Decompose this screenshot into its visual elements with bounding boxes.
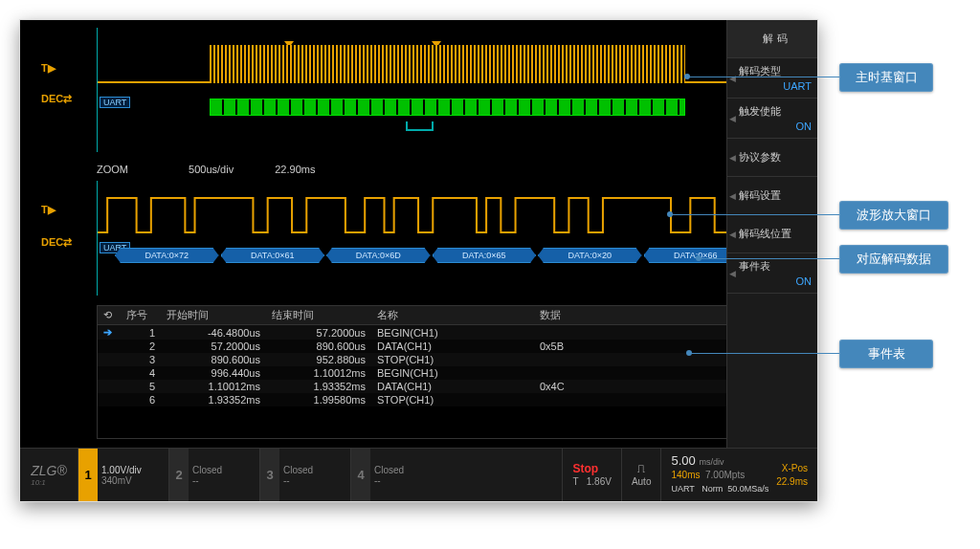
- run-state: Stop: [572, 462, 611, 475]
- side-menu: 解 码 ◀解码类型UART◀触发使能ON◀协议参数◀解码设置◀解码线位置◀事件表…: [726, 20, 817, 448]
- channel-2[interactable]: 2 Closed--: [168, 449, 259, 501]
- zoom-title: ZOOM: [97, 164, 128, 175]
- main-timebase-panel[interactable]: T▶ DEC⇄ UART: [20, 28, 817, 152]
- channel-3[interactable]: 3 Closed--: [259, 449, 350, 501]
- run-status[interactable]: Stop T 1.86V: [562, 449, 620, 501]
- col-name: 名称: [371, 306, 534, 325]
- decode-data-cell[interactable]: DATA:0×6D: [326, 248, 431, 263]
- decode-data-cell[interactable]: DATA:0×65: [433, 248, 537, 263]
- brand-logo: ZLG® 10:1: [20, 449, 78, 501]
- waveform-baseline: [98, 81, 210, 83]
- status-bar: ZLG® 10:1 1 1.00V/div 340mV 2 Closed-- 3…: [20, 448, 817, 501]
- col-end: 结束时间: [266, 306, 371, 325]
- channel-number: 2: [169, 449, 189, 501]
- trigger-mode[interactable]: ⎍ Auto: [621, 449, 661, 501]
- menu-item[interactable]: ◀协议参数: [727, 139, 817, 177]
- decode-data-cell[interactable]: DATA:0×72: [115, 248, 219, 263]
- callout-event-table: 事件表: [839, 340, 933, 368]
- ch2-state: Closed: [192, 465, 256, 475]
- auto-label: Auto: [632, 475, 652, 489]
- channel-4[interactable]: 4 Closed--: [350, 449, 441, 501]
- timebase-readout[interactable]: 5.00 ms/div 140ms 7.00Mpts UART Norm 50.…: [660, 449, 817, 501]
- zoom-offset: 22.90ms: [275, 164, 315, 175]
- callout-dot: [686, 350, 692, 356]
- decode-data-cell[interactable]: DATA:0×61: [221, 248, 325, 263]
- callout-dot: [696, 255, 702, 261]
- callout-dot: [667, 211, 673, 217]
- decode-label: DEC⇄: [41, 236, 72, 249]
- edge-icon: ⎍: [632, 462, 652, 475]
- trigger-label: T▶: [41, 62, 56, 75]
- channel-number: 3: [260, 449, 279, 501]
- event-table[interactable]: ⟲ 序号 开始时间 结束时间 名称 数据 ➔1-46.4800us57.2000…: [97, 305, 798, 439]
- zoom-info-bar: ZOOM 500us/div 22.90ms: [97, 164, 776, 175]
- ch4-state: Closed: [374, 465, 437, 475]
- zoom-bracket[interactable]: [406, 121, 434, 131]
- channel-number: 1: [78, 449, 98, 501]
- decode-label: DEC⇄: [41, 93, 72, 105]
- callout-leader: [689, 353, 839, 354]
- callout-leader: [687, 77, 839, 77]
- event-table-header: ⟲ 序号 开始时间 结束时间 名称 数据: [98, 306, 797, 325]
- table-row[interactable]: 51.10012ms1.93352msDATA(CH1)0x4C: [98, 380, 797, 393]
- callout-dot: [684, 74, 690, 79]
- table-row[interactable]: 61.93352ms1.99580msSTOP(CH1): [98, 393, 797, 406]
- menu-item[interactable]: ◀触发使能ON: [727, 99, 817, 139]
- channel-number: 4: [351, 449, 370, 501]
- menu-title[interactable]: 解 码: [727, 20, 817, 58]
- menu-item[interactable]: ◀解码设置: [727, 177, 817, 215]
- table-row[interactable]: ➔1-46.4800us57.2000usBEGIN(CH1): [98, 325, 797, 340]
- callout-leader: [670, 214, 839, 215]
- callout-decode-data: 对应解码数据: [839, 245, 948, 274]
- ch1-offset: 340mV: [101, 475, 165, 486]
- protocol-tag: UART: [100, 97, 130, 108]
- zoom-panel[interactable]: T▶ DEC⇄ UART DATA:0×72DATA:0×61DATA:0×6D…: [20, 181, 817, 296]
- table-row[interactable]: 257.2000us890.600usDATA(CH1)0x5B: [98, 340, 797, 353]
- ch3-state: Closed: [283, 465, 346, 475]
- table-row[interactable]: 4996.440us1.10012msBEGIN(CH1): [98, 366, 797, 380]
- callout-leader: [699, 258, 839, 259]
- decode-data-strip: DATA:0×72DATA:0×61DATA:0×6DDATA:0×65DATA…: [115, 248, 749, 263]
- decode-data-cell[interactable]: DATA:0×20: [538, 248, 642, 263]
- callout-zoom-window: 波形放大窗口: [839, 201, 948, 230]
- ch1-vdiv: 1.00V/div: [101, 465, 165, 475]
- callout-main-window: 主时基窗口: [839, 63, 933, 92]
- menu-item[interactable]: ◀事件表ON: [727, 253, 817, 294]
- digital-burst: [210, 45, 685, 83]
- xpos-label: X-Pos: [776, 462, 808, 475]
- xpos-val: 22.9ms: [776, 475, 808, 489]
- channel-1[interactable]: 1 1.00V/div 340mV: [78, 449, 168, 501]
- col-start: 开始时间: [161, 306, 266, 325]
- trigger-label: T▶: [41, 204, 56, 216]
- table-row[interactable]: 3890.600us952.880usSTOP(CH1): [98, 353, 797, 366]
- zoom-timediv: 500us/div: [189, 164, 234, 175]
- col-idx: 序号: [121, 306, 161, 325]
- decode-strip: [210, 99, 685, 116]
- menu-item[interactable]: ◀解码类型UART: [727, 58, 817, 99]
- menu-item[interactable]: ◀解码线位置: [727, 215, 817, 253]
